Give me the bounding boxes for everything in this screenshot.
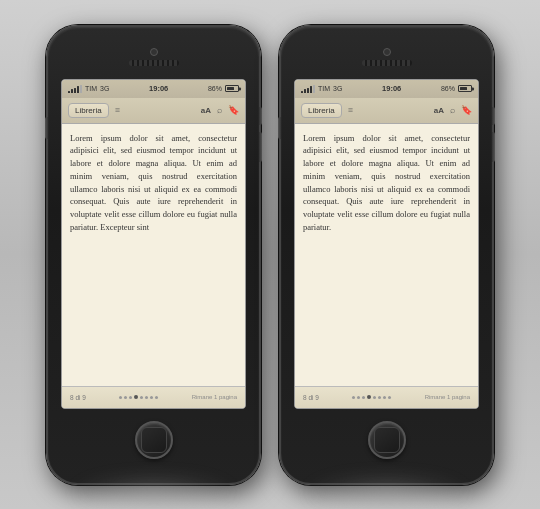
status-left-right: TIM 3G	[301, 85, 342, 93]
speaker-right	[362, 60, 412, 66]
content-right: Lorem ipsum dolor sit amet, consectetur …	[295, 124, 478, 240]
phone-left: TIM 3G 19:06 86% Libreria ≡ aA ⌕ 🔖 Lorem…	[46, 25, 261, 485]
screen-left: TIM 3G 19:06 86% Libreria ≡ aA ⌕ 🔖 Lorem…	[61, 79, 246, 409]
book-text-left: Lorem ipsum dolor sit amet, consectetur …	[70, 132, 237, 234]
status-bar-left: TIM 3G 19:06 86%	[62, 80, 245, 98]
status-bar-right: TIM 3G 19:06 86%	[295, 80, 478, 98]
network-left: 3G	[100, 85, 109, 92]
volume-button-right-phone	[278, 117, 281, 139]
home-button-inner-left	[141, 427, 167, 453]
power-button-right	[492, 107, 495, 125]
page-dots-left	[86, 395, 192, 399]
dot-2-left	[124, 396, 127, 399]
carrier-right: TIM	[318, 85, 330, 92]
bookmark-icon-left[interactable]: 🔖	[228, 105, 239, 115]
library-button-left[interactable]: Libreria	[68, 103, 109, 118]
page-dots-right	[319, 395, 425, 399]
toolbar-left: Libreria ≡ aA ⌕ 🔖	[62, 98, 245, 124]
dot-2-right	[357, 396, 360, 399]
volume-button-right	[259, 132, 262, 162]
content-left: Lorem ipsum dolor sit amet, consectetur …	[62, 124, 245, 240]
battery-icon-left	[225, 85, 239, 92]
bookmark-icon-right[interactable]: 🔖	[461, 105, 472, 115]
dot-3-right	[362, 396, 365, 399]
camera-right	[383, 48, 391, 56]
home-button-inner-right	[374, 427, 400, 453]
dot-5-left	[140, 396, 143, 399]
status-right-left: 86%	[208, 85, 239, 92]
pagination-bar-right: 8 di 9 Rimane 1 pagina	[295, 386, 478, 408]
search-icon-left[interactable]: ⌕	[217, 105, 222, 115]
battery-percent-left: 86%	[208, 85, 222, 92]
speaker-left	[129, 60, 179, 66]
dot-5-right	[373, 396, 376, 399]
font-size-icon-right[interactable]: aA	[434, 106, 444, 115]
dot-4-left	[134, 395, 138, 399]
page-info-left: 8 di 9	[70, 394, 86, 401]
time-left: 19:06	[149, 84, 168, 93]
camera-left	[150, 48, 158, 56]
book-text-right: Lorem ipsum dolor sit amet, consectetur …	[303, 132, 470, 234]
remaining-right: Rimane 1 pagina	[425, 394, 470, 400]
volume-button-left	[45, 117, 48, 139]
remaining-left: Rimane 1 pagina	[192, 394, 237, 400]
network-right: 3G	[333, 85, 342, 92]
page-info-right: 8 di 9	[303, 394, 319, 401]
search-icon-right[interactable]: ⌕	[450, 105, 455, 115]
phone-right: TIM 3G 19:06 86% Libreria ≡ aA ⌕ 🔖 Lorem…	[279, 25, 494, 485]
volume-button-right2	[492, 132, 495, 162]
dot-8-left	[155, 396, 158, 399]
status-right-right: 86%	[441, 85, 472, 92]
time-right: 19:06	[382, 84, 401, 93]
phone-top-left	[48, 27, 259, 79]
dot-7-left	[150, 396, 153, 399]
list-icon-right[interactable]: ≡	[348, 105, 353, 115]
dot-6-right	[378, 396, 381, 399]
screen-right: TIM 3G 19:06 86% Libreria ≡ aA ⌕ 🔖 Lorem…	[294, 79, 479, 409]
pagination-bar-left: 8 di 9 Rimane 1 pagina	[62, 386, 245, 408]
library-button-right[interactable]: Libreria	[301, 103, 342, 118]
list-icon-left[interactable]: ≡	[115, 105, 120, 115]
phone-top-right	[281, 27, 492, 79]
signal-bars-right	[301, 85, 315, 93]
dot-6-left	[145, 396, 148, 399]
phone-bottom-right	[281, 409, 492, 479]
dot-3-left	[129, 396, 132, 399]
dot-8-right	[388, 396, 391, 399]
signal-bars-left	[68, 85, 82, 93]
phone-bottom-left	[48, 409, 259, 479]
status-left-left: TIM 3G	[68, 85, 109, 93]
home-button-right[interactable]	[368, 421, 406, 459]
dot-1-left	[119, 396, 122, 399]
dot-7-right	[383, 396, 386, 399]
power-button	[259, 107, 262, 125]
dot-1-right	[352, 396, 355, 399]
dot-4-right	[367, 395, 371, 399]
toolbar-right: Libreria ≡ aA ⌕ 🔖	[295, 98, 478, 124]
font-size-icon-left[interactable]: aA	[201, 106, 211, 115]
carrier-left: TIM	[85, 85, 97, 92]
home-button-left[interactable]	[135, 421, 173, 459]
battery-icon-right	[458, 85, 472, 92]
battery-percent-right: 86%	[441, 85, 455, 92]
